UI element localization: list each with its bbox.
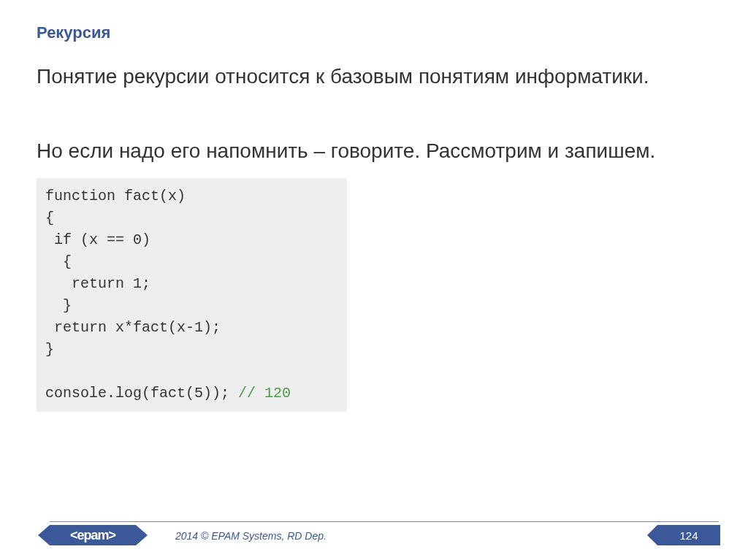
paragraph-2: Но если надо его напомнить – говорите. Р…: [37, 137, 711, 165]
code-line-1: function fact(x): [45, 188, 186, 204]
code-line-7: return x*fact(x-1);: [45, 319, 221, 336]
copyright-text: 2014 © EPAM Systems, RD Dep.: [175, 530, 327, 542]
code-line-2: {: [45, 210, 54, 226]
code-line-4: {: [45, 253, 72, 270]
logo-text: <epam>: [70, 528, 115, 543]
page-number: 124: [657, 525, 720, 545]
spacer: [37, 104, 711, 124]
code-line-10-comment: // 120: [238, 385, 291, 402]
code-line-5: return 1;: [45, 275, 150, 292]
code-line-8: }: [45, 341, 54, 358]
epam-logo: <epam>: [50, 525, 136, 545]
slide-container: Рекурсия Понятие рекурсии относится к ба…: [0, 0, 748, 560]
paragraph-1: Понятие рекурсии относится к базовым пон…: [37, 63, 711, 91]
code-block: function fact(x) { if (x == 0) { return …: [37, 178, 347, 412]
code-line-3: if (x == 0): [45, 231, 150, 248]
slide-title: Рекурсия: [37, 23, 711, 42]
code-line-10-code: console.log(fact(5));: [45, 385, 238, 402]
page-number-value: 124: [679, 529, 698, 542]
footer: <epam> 2014 © EPAM Systems, RD Dep. 124: [0, 523, 748, 545]
code-line-6: }: [45, 297, 72, 314]
footer-divider: [50, 521, 719, 522]
